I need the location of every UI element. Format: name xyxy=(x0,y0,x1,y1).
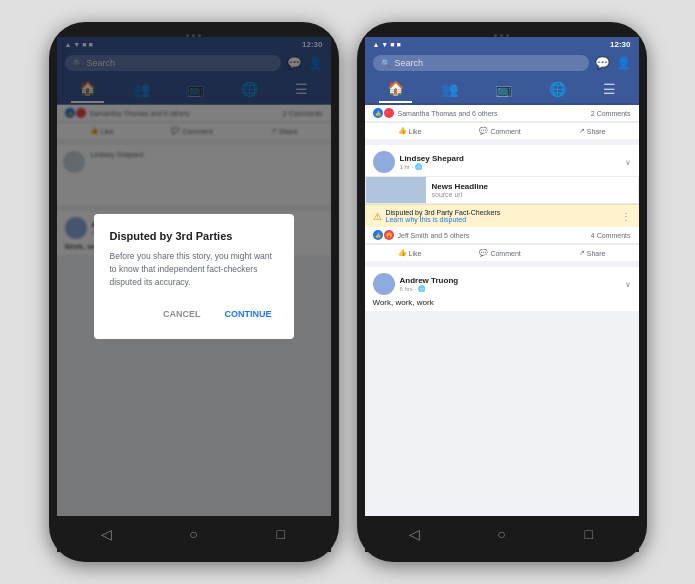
search-bar-right[interactable]: 🔍 Search xyxy=(373,55,589,71)
reaction-text-top-right: Samantha Thomas and 6 others xyxy=(398,110,498,117)
screen-left: ▲ ▼ ■ ■ 12:30 🔍 Search 💬 👤 🏠 👥 📺 🌐 ☰ xyxy=(57,37,331,516)
recents-btn-right[interactable]: □ xyxy=(577,522,601,546)
reaction-bar-article: 👍 😮 Jeff Smith and 5 others 4 Comments xyxy=(365,227,639,244)
disputed-link[interactable]: Learn why this is disputed xyxy=(386,216,617,223)
love-icon-art: 😮 xyxy=(384,230,394,240)
home-btn-left[interactable]: ○ xyxy=(181,522,205,546)
share-btn-tr[interactable]: ↗ Share xyxy=(579,127,606,135)
love-icon-r: ❤️ xyxy=(384,108,394,118)
tab-menu-right[interactable]: ☰ xyxy=(595,75,624,103)
tab-watch-right[interactable]: 📺 xyxy=(487,75,520,103)
reaction-icons-top-right: 👍 ❤️ Samantha Thomas and 6 others xyxy=(373,108,498,118)
fb-tabs-right: 🏠 👥 📺 🌐 ☰ xyxy=(365,75,639,105)
tab-globe-right[interactable]: 🌐 xyxy=(541,75,574,103)
reaction-icons-article: 👍 😮 Jeff Smith and 5 others xyxy=(373,230,470,240)
search-placeholder-right: Search xyxy=(395,58,424,68)
status-bar-right: ▲ ▼ ■ ■ 12:30 xyxy=(365,37,639,51)
article-post-right: Lindsey Shepard 1 hr · 🌐 ∨ News Headline… xyxy=(365,145,639,261)
modal-text: Before you share this story, you might w… xyxy=(110,250,278,288)
article-text: News Headline source url xyxy=(426,177,638,203)
modal-buttons: CANCEL CONTINUE xyxy=(110,305,278,323)
share-btn-art[interactable]: ↗ Share xyxy=(579,249,606,257)
comments-article: 4 Comments xyxy=(591,232,631,239)
status-time-right: 12:30 xyxy=(610,40,630,49)
article-image xyxy=(366,177,426,203)
article-headline: News Headline xyxy=(432,182,632,191)
disputed-content: Disputed by 3rd Party Fact-Checkers Lear… xyxy=(386,209,617,223)
like-btn-art[interactable]: 👍 Like xyxy=(398,249,422,257)
back-btn-left[interactable]: ◁ xyxy=(94,522,118,546)
status-right-signal: ▲ ▼ ■ ■ xyxy=(373,41,401,48)
post-card-top-right: 👍 ❤️ Samantha Thomas and 6 others 2 Comm… xyxy=(365,105,639,139)
three-dots-icon[interactable]: ⋮ xyxy=(621,211,631,222)
post-chevron-andrew: ∨ xyxy=(625,280,631,289)
andrew-text-right: Work, work, work xyxy=(365,298,639,311)
phones-container: ▲ ▼ ■ ■ 12:30 🔍 Search 💬 👤 🏠 👥 📺 🌐 ☰ xyxy=(49,22,647,562)
friends-icon-right[interactable]: 👤 xyxy=(616,56,631,70)
post-chevron: ∨ xyxy=(625,158,631,167)
article-preview: News Headline source url xyxy=(365,176,639,204)
action-bar-top-right: 👍 Like 💬 Comment ↗ Share xyxy=(365,122,639,139)
post-author-andrew-right: Andrew Truong 6 hrs · 🌐 ∨ xyxy=(365,267,639,298)
search-icon-right: 🔍 xyxy=(381,59,391,68)
dispute-modal: Disputed by 3rd Parties Before you share… xyxy=(94,214,294,338)
reaction-text-article: Jeff Smith and 5 others xyxy=(398,232,470,239)
tab-friends-right[interactable]: 👥 xyxy=(433,75,466,103)
andrew-name-right: Andrew Truong xyxy=(400,276,620,285)
andrew-meta-right: 6 hrs · 🌐 xyxy=(400,285,620,292)
article-source: source url xyxy=(432,191,632,198)
comments-top-right: 2 Comments xyxy=(591,110,631,117)
phone-bottom-left: ◁ ○ □ xyxy=(57,516,331,552)
andrew-avatar-right xyxy=(373,273,395,295)
disputed-bar: ⚠ Disputed by 3rd Party Fact-Checkers Le… xyxy=(365,204,639,227)
messenger-icon-right[interactable]: 💬 xyxy=(595,56,610,70)
recents-btn-left[interactable]: □ xyxy=(269,522,293,546)
andrew-info-right: Andrew Truong 6 hrs · 🌐 xyxy=(400,276,620,292)
warning-icon: ⚠ xyxy=(373,211,382,222)
like-btn-tr[interactable]: 👍 Like xyxy=(398,127,422,135)
back-btn-right[interactable]: ◁ xyxy=(402,522,426,546)
phone-right: ▲ ▼ ■ ■ 12:30 🔍 Search 💬 👤 🏠 👥 📺 🌐 ☰ xyxy=(357,22,647,562)
home-btn-right[interactable]: ○ xyxy=(489,522,513,546)
comment-btn-art[interactable]: 💬 Comment xyxy=(479,249,520,257)
lindsey-meta: 1 hr · 🌐 xyxy=(400,163,620,170)
modal-title: Disputed by 3rd Parties xyxy=(110,230,278,242)
action-bar-article: 👍 Like 💬 Comment ↗ Share xyxy=(365,244,639,261)
screen-right: ▲ ▼ ■ ■ 12:30 🔍 Search 💬 👤 🏠 👥 📺 🌐 ☰ xyxy=(365,37,639,516)
navbar-right: 🔍 Search 💬 👤 xyxy=(365,51,639,75)
modal-overlay: Disputed by 3rd Parties Before you share… xyxy=(57,37,331,516)
lindsey-info: Lindsey Shepard 1 hr · 🌐 xyxy=(400,154,620,170)
like-icon-r: 👍 xyxy=(373,108,383,118)
phone-bottom-right: ◁ ○ □ xyxy=(365,516,639,552)
modal-cancel-btn[interactable]: CANCEL xyxy=(157,305,207,323)
phone-left: ▲ ▼ ■ ■ 12:30 🔍 Search 💬 👤 🏠 👥 📺 🌐 ☰ xyxy=(49,22,339,562)
disputed-text: Disputed by 3rd Party Fact-Checkers xyxy=(386,209,617,216)
comment-btn-tr[interactable]: 💬 Comment xyxy=(479,127,520,135)
modal-continue-btn[interactable]: CONTINUE xyxy=(219,305,278,323)
andrew-post-right: Andrew Truong 6 hrs · 🌐 ∨ Work, work, wo… xyxy=(365,267,639,311)
lindsey-avatar xyxy=(373,151,395,173)
reaction-bar-top-right: 👍 ❤️ Samantha Thomas and 6 others 2 Comm… xyxy=(365,105,639,122)
post-author-lindsey: Lindsey Shepard 1 hr · 🌐 ∨ xyxy=(365,145,639,176)
tab-home-right[interactable]: 🏠 xyxy=(379,75,412,103)
like-icon-art: 👍 xyxy=(373,230,383,240)
lindsey-name: Lindsey Shepard xyxy=(400,154,620,163)
